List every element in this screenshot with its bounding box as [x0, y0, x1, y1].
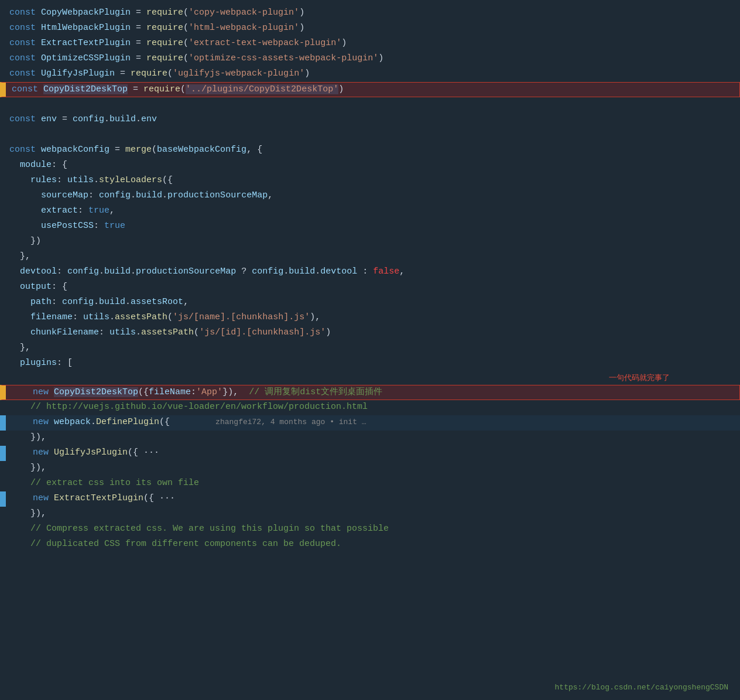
code-line-15: usePostCSS: true: [0, 219, 740, 234]
code-line-20: path: config.build.assetsRoot,: [0, 295, 740, 310]
code-line-33: }),: [0, 507, 740, 522]
code-line-17: },: [0, 250, 740, 265]
annotation-container: 一句代码就完事了: [0, 373, 740, 385]
code-line-7: [0, 97, 740, 112]
keyword: const: [9, 8, 41, 18]
code-content-1: const CopyWebpackPlugin = require('copy-…: [4, 6, 740, 21]
annotation-text: 一句代码就完事了: [609, 373, 670, 385]
code-line-8: const env = config.build.env: [0, 112, 740, 128]
code-line-31: // extract css into its own file: [0, 476, 740, 491]
code-line-16: }): [0, 234, 740, 250]
code-line-11: module: {: [0, 158, 740, 173]
code-content-4: const OptimizeCSSPlugin = require('optim…: [4, 52, 740, 67]
code-line-1: const CopyWebpackPlugin = require('copy-…: [0, 6, 740, 21]
code-content-25: new CopyDist2DeskTop({fileName:'App'}), …: [6, 385, 739, 399]
code-line-4: const OptimizeCSSPlugin = require('optim…: [0, 52, 740, 67]
code-line-2: const HtmlWebpackPlugin = require('html-…: [0, 21, 740, 36]
code-content-2: const HtmlWebpackPlugin = require('html-…: [4, 21, 740, 36]
code-line-5: const UglifyJsPlugin = require('uglifyjs…: [0, 67, 740, 82]
code-line-10: const webpackConfig = merge(baseWebpackC…: [0, 143, 740, 158]
code-content-3: const ExtractTextPlugin = require('extra…: [4, 36, 740, 52]
code-line-24: plugins: [: [0, 356, 740, 371]
code-line-19: output: {: [0, 280, 740, 295]
code-line-12: rules: utils.styleLoaders({: [0, 173, 740, 189]
code-line-32: new ExtractTextPlugin({ ···: [0, 491, 740, 507]
code-line-34: // Compress extracted css. We are using …: [0, 522, 740, 537]
code-line-23: },: [0, 341, 740, 356]
code-line-27: new webpack.DefinePlugin({ zhangfei72, 4…: [0, 415, 740, 431]
code-line-3: const ExtractTextPlugin = require('extra…: [0, 36, 740, 52]
code-content-27: new webpack.DefinePlugin({ zhangfei72, 4…: [6, 415, 740, 431]
code-line-26: // http://vuejs.github.io/vue-loader/en/…: [0, 400, 740, 415]
var-name: CopyWebpackPlugin: [41, 8, 131, 18]
code-container: const CopyWebpackPlugin = require('copy-…: [0, 0, 740, 558]
code-line-30: }),: [0, 461, 740, 476]
code-line-28: }),: [0, 431, 740, 446]
code-content-32: new ExtractTextPlugin({ ···: [6, 491, 740, 507]
code-content-5: const UglifyJsPlugin = require('uglifyjs…: [4, 67, 740, 82]
code-line-22: chunkFilename: utils.assetsPath('js/[id]…: [0, 326, 740, 341]
code-line-21: filename: utils.assetsPath('js/[name].[c…: [0, 310, 740, 326]
code-line-18: devtool: config.build.productionSourceMa…: [0, 265, 740, 280]
code-line-29: new UglifyJsPlugin({ ···: [0, 446, 740, 461]
bottom-url: https://blog.csdn.net/caiyongshengCSDN: [555, 682, 728, 694]
code-line-9: [0, 128, 740, 143]
code-content-6: const CopyDist2DeskTop = require('../plu…: [6, 83, 739, 97]
code-line-35: // duplicated CSS from different compone…: [0, 537, 740, 552]
code-line-6: const CopyDist2DeskTop = require('../plu…: [0, 82, 740, 97]
code-line-25: new CopyDist2DeskTop({fileName:'App'}), …: [0, 385, 740, 400]
code-line-14: extract: true,: [0, 204, 740, 219]
code-content-29: new UglifyJsPlugin({ ···: [6, 446, 740, 461]
code-line-13: sourceMap: config.build.productionSource…: [0, 189, 740, 204]
